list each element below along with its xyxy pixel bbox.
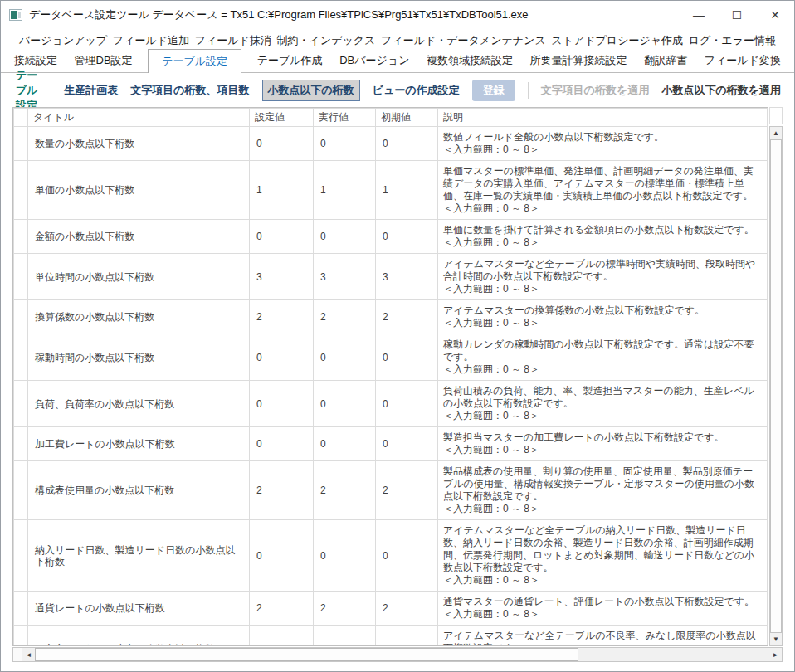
row-set-value[interactable]: 1 <box>250 626 314 647</box>
row-selector[interactable] <box>14 254 28 300</box>
vertical-scrollbar[interactable]: ▲ ▼ <box>769 107 783 646</box>
table-row[interactable]: 納入リード日数、製造リード日数の小数点以下桁数000アイテムマスターなど全テーブ… <box>14 520 768 592</box>
column-header-set-value[interactable]: 設定値 <box>250 109 314 127</box>
row-description: 製品構成表の使用量、割り算の使用量、固定使用量、製品別原価テーブルの使用量、構成… <box>438 461 768 520</box>
horizontal-scroll-thumb[interactable] <box>35 648 578 661</box>
tab-field-data-maintenance[interactable]: フィールド・データメンテナンス <box>381 33 546 48</box>
tab-field-convert[interactable]: フィールド変換 <box>703 49 783 72</box>
row-description: 単価マスターの標準単価、発注単価、計画明細データの発注単価、実績データの実購入単… <box>438 161 768 220</box>
column-header-run-value[interactable]: 実行値 <box>314 109 376 127</box>
row-run-value: 0 <box>314 334 376 381</box>
row-set-value[interactable]: 2 <box>250 300 314 334</box>
row-set-value[interactable]: 2 <box>250 461 314 520</box>
row-set-value[interactable]: 2 <box>250 592 314 626</box>
register-button[interactable]: 登録 <box>472 80 515 101</box>
scroll-down-icon[interactable]: ▼ <box>770 633 782 645</box>
row-initial-value: 0 <box>376 334 438 381</box>
row-initial-value: 3 <box>376 254 438 300</box>
table-row[interactable]: 不良率、みなし限度率の小数点以下桁数111アイテムマスターなど全テーブルの不良率… <box>14 626 768 647</box>
row-selector[interactable] <box>14 381 28 427</box>
apply-decimal-digits-button[interactable]: 小数点以下の桁数を適用 <box>661 83 781 98</box>
tab-version-up[interactable]: バージョンアップ <box>19 33 107 48</box>
row-title: 通貨レートの小数点以下桁数 <box>28 592 250 626</box>
horizontal-scrollbar[interactable]: ◄ ► <box>12 647 783 662</box>
row-run-value: 1 <box>314 626 376 647</box>
row-set-value[interactable]: 3 <box>250 254 314 300</box>
tab-field-delete[interactable]: フィールド抹消 <box>195 33 271 48</box>
table-row[interactable]: 通貨レートの小数点以下桁数222通貨マスターの通貨レート、評価レートの小数点以下… <box>14 592 768 626</box>
maximize-icon[interactable]: ☐ <box>718 1 756 29</box>
row-description: 数値フィールド全般の小数点以下桁数設定です。＜入力範囲：0 ～ 8＞ <box>438 127 768 161</box>
tab-requirement-calc-connection[interactable]: 所要量計算接続設定 <box>529 49 629 72</box>
tab-db-version[interactable]: DBバージョン <box>338 49 411 72</box>
scroll-left-icon[interactable]: ◄ <box>22 648 35 661</box>
tab-row-2: 接続設定 管理DB設定 テーブル設定 テーブル作成 DBバージョン 複数領域接続… <box>1 51 794 73</box>
row-run-value: 3 <box>314 254 376 300</box>
app-icon <box>9 9 22 21</box>
vertical-scroll-track[interactable] <box>770 139 782 633</box>
tab-multi-area-connection[interactable]: 複数領域接続設定 <box>425 49 515 72</box>
row-set-value[interactable]: 1 <box>250 161 314 220</box>
row-set-value[interactable]: 0 <box>250 520 314 592</box>
row-selector[interactable] <box>14 127 28 161</box>
input-range-text: ＜入力範囲：0 ～ 8＞ <box>443 236 762 249</box>
scroll-up-icon[interactable]: ▲ <box>770 127 782 139</box>
row-selector[interactable] <box>14 592 28 626</box>
row-description: アイテムマスターなど全テーブルの納入リード日数、製造リード日数、納入リード日数の… <box>438 520 768 592</box>
tab-constraint-index[interactable]: 制約・インデックス <box>277 33 376 48</box>
description-text: 単価に数量を掛けて計算される金額項目の小数点以下桁数設定です。 <box>443 224 762 236</box>
table-row[interactable]: 単価の小数点以下桁数111単価マスターの標準単価、発注単価、計画明細データの発注… <box>14 161 768 220</box>
table-row[interactable]: 加工費レートの小数点以下桁数000製造担当マスターの加工費レートの小数点以下桁数… <box>14 427 768 461</box>
tab-admin-db-settings[interactable]: 管理DB設定 <box>73 49 134 72</box>
view-production-plan[interactable]: 生産計画表 <box>64 83 118 98</box>
scrollbar-corner <box>13 648 22 661</box>
tab-stored-procedure-create[interactable]: ストアドプロシージャ作成 <box>551 33 683 48</box>
row-selector[interactable] <box>14 300 28 334</box>
row-initial-value: 2 <box>376 592 438 626</box>
table-row[interactable]: 稼動時間の小数点以下桁数000稼動カレンダの稼動時間の小数点以下桁数設定です。通… <box>14 334 768 381</box>
table-row[interactable]: 構成表使用量の小数点以下桁数222製品構成表の使用量、割り算の使用量、固定使用量… <box>14 461 768 520</box>
close-icon[interactable]: ✕ <box>756 1 794 29</box>
row-selector[interactable] <box>14 427 28 461</box>
apply-char-digits-button[interactable]: 文字項目の桁数を適用 <box>541 83 650 98</box>
row-selector[interactable] <box>14 520 28 592</box>
scroll-right-icon[interactable]: ► <box>769 648 782 661</box>
view-char-digit-count[interactable]: 文字項目の桁数、項目数 <box>130 83 249 98</box>
row-selector[interactable] <box>14 220 28 254</box>
tab-table-create[interactable]: テーブル作成 <box>256 49 324 72</box>
view-decimal-digit-count[interactable]: 小数点以下の桁数 <box>262 80 360 101</box>
row-set-value[interactable]: 0 <box>250 381 314 427</box>
row-selector[interactable] <box>14 161 28 220</box>
row-selector[interactable] <box>14 626 28 647</box>
row-initial-value: 1 <box>376 626 438 647</box>
row-selector[interactable] <box>14 461 28 520</box>
tab-field-add[interactable]: フィールド追加 <box>113 33 189 48</box>
row-initial-value: 0 <box>376 127 438 161</box>
horizontal-scroll-track[interactable] <box>35 648 769 661</box>
row-description: 単価に数量を掛けて計算される金額項目の小数点以下桁数設定です。＜入力範囲：0 ～… <box>438 220 768 254</box>
row-run-value: 2 <box>314 300 376 334</box>
table-row[interactable]: 数量の小数点以下桁数000数値フィールド全般の小数点以下桁数設定です。＜入力範囲… <box>14 127 768 161</box>
minimize-icon[interactable]: — <box>680 1 718 29</box>
table-row[interactable]: 金額の小数点以下桁数000単価に数量を掛けて計算される金額項目の小数点以下桁数設… <box>14 220 768 254</box>
toolbar: テーブル設定 生産計画表 文字項目の桁数、項目数 小数点以下の桁数 ビューの作成… <box>1 73 794 107</box>
table-row[interactable]: 単位時間の小数点以下桁数333アイテムマスターなど全テーブルの標準時間や実績時間… <box>14 254 768 300</box>
table-row[interactable]: 負荷、負荷率の小数点以下桁数000負荷山積みの負荷、能力、率、製造担当マスターの… <box>14 381 768 427</box>
row-set-value[interactable]: 0 <box>250 334 314 381</box>
row-set-value[interactable]: 0 <box>250 220 314 254</box>
input-range-text: ＜入力範囲：0 ～ 8＞ <box>443 363 762 376</box>
table-row[interactable]: 換算係数の小数点以下桁数222アイテムマスターの換算係数の小数点以下桁数設定です… <box>14 300 768 334</box>
tab-table-settings[interactable]: テーブル設定 <box>148 49 241 73</box>
tab-translation-dictionary[interactable]: 翻訳辞書 <box>642 49 689 72</box>
row-set-value[interactable]: 0 <box>250 427 314 461</box>
column-header-description[interactable]: 説明 <box>438 109 768 127</box>
row-selector[interactable] <box>14 334 28 381</box>
description-text: アイテムマスターなど全テーブルの標準時間や実績時間、段取時間や合計時間の小数点以… <box>443 258 762 283</box>
column-header-initial-value[interactable]: 初期値 <box>376 109 438 127</box>
input-range-text: ＜入力範囲：0 ～ 8＞ <box>443 574 762 587</box>
tab-log-error-info[interactable]: ログ・エラー情報 <box>689 33 776 48</box>
row-set-value[interactable]: 0 <box>250 127 314 161</box>
column-header-title[interactable]: タイトル <box>28 109 250 127</box>
view-create-view-settings[interactable]: ビューの作成設定 <box>373 83 460 98</box>
vertical-scroll-thumb[interactable] <box>770 139 782 633</box>
